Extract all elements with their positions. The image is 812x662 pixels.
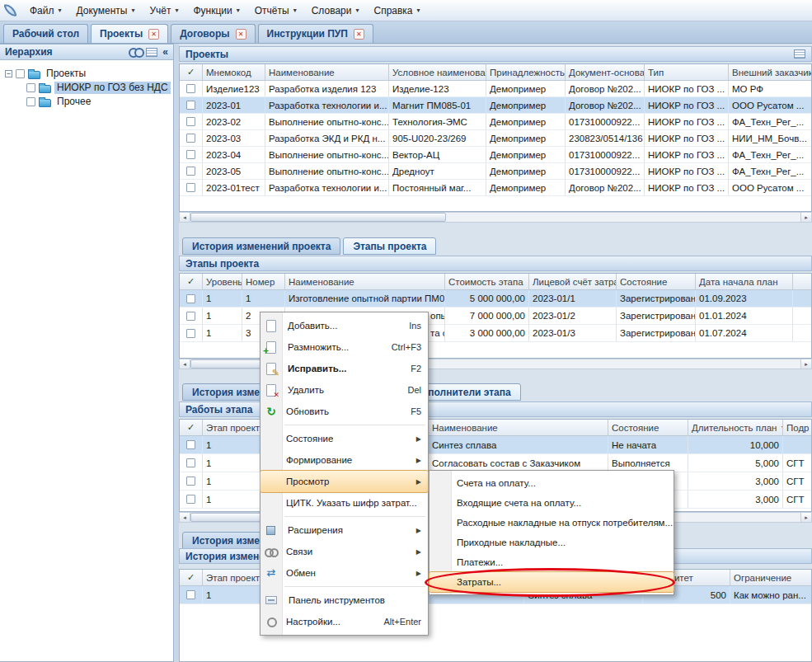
column-header[interactable]: Состояние: [608, 420, 688, 435]
submenu-item[interactable]: Расходные накладные на отпуск потребител…: [429, 513, 674, 533]
menubar-item-reports[interactable]: Отчёты▾: [247, 2, 304, 19]
projects-row[interactable]: 2023-04Выполнение опытно-конс...Вектор-А…: [180, 147, 811, 163]
workspace-tab-pup[interactable]: Инструкции ПУП✕: [258, 24, 373, 43]
context-menu-item[interactable]: Связи▶: [260, 541, 428, 562]
projects-h-scrollbar[interactable]: ◂ ▸: [179, 212, 812, 223]
scroll-left-icon[interactable]: ◂: [180, 213, 190, 222]
context-menu-item[interactable]: ЦИТК. Указать шифр затрат...: [260, 492, 428, 514]
tab-close-icon[interactable]: ✕: [148, 29, 159, 40]
context-menu-item[interactable]: Добавить...Ins: [260, 315, 428, 336]
submenu-item[interactable]: Входящие счета на оплату...: [429, 493, 674, 513]
submenu-item[interactable]: Затраты...: [429, 572, 674, 592]
tab-close-icon[interactable]: ✕: [354, 29, 364, 40]
projects-panel-menu-icon[interactable]: [794, 49, 805, 59]
row-checkbox[interactable]: [186, 458, 195, 467]
submenu-item[interactable]: Платежи...: [429, 552, 674, 572]
search-icon[interactable]: [129, 48, 141, 56]
context-menu-item[interactable]: Расширения▶: [260, 519, 428, 541]
menubar-item-help[interactable]: Справка▾: [366, 2, 427, 19]
column-header[interactable]: Состояние: [617, 274, 696, 289]
context-menu-item[interactable]: ОбновитьF5: [260, 401, 428, 422]
column-header[interactable]: Уровень: [203, 274, 242, 289]
scroll-right-icon[interactable]: ▸: [800, 359, 811, 369]
scroll-left-icon[interactable]: ◂: [180, 359, 190, 369]
column-header[interactable]: ✓: [180, 420, 203, 435]
column-header[interactable]: Условное наименова: [389, 64, 486, 80]
tree-node[interactable]: НИОКР по ГОЗ без НДС: [0, 81, 173, 95]
column-header[interactable]: ✓: [180, 64, 203, 80]
row-checkbox[interactable]: [186, 150, 195, 159]
context-menu-item[interactable]: Размножить...Ctrl+F3: [260, 336, 428, 358]
column-header[interactable]: Наименование: [285, 274, 445, 289]
column-header[interactable]: [793, 274, 812, 289]
column-header[interactable]: Наименование: [429, 420, 608, 435]
context-menu-item[interactable]: Состояние▶: [260, 428, 428, 449]
column-header[interactable]: Дата начала план: [696, 274, 793, 289]
scroll-left-icon[interactable]: ◂: [180, 513, 190, 522]
projects-row[interactable]: Изделие123Разработка изделия 123Изделие-…: [180, 81, 811, 97]
tab-close-icon[interactable]: ✕: [236, 29, 246, 40]
column-header[interactable]: Внешний заказчик: [729, 64, 812, 80]
row-checkbox[interactable]: [186, 84, 195, 93]
column-header[interactable]: Лицевой счёт затрат: [529, 274, 617, 289]
row-checkbox[interactable]: [186, 440, 195, 449]
projects-row[interactable]: 2023-02Выполнение опытно-конс...Технолог…: [180, 114, 811, 130]
collapse-panel-icon[interactable]: «: [162, 48, 168, 56]
row-checkbox[interactable]: [186, 183, 195, 192]
row-checkbox[interactable]: [186, 477, 195, 486]
context-menu-item[interactable]: Панель инструментов: [260, 589, 428, 611]
workspace-tab-projects[interactable]: Проекты✕: [91, 24, 168, 43]
column-header[interactable]: Стоимость этапа: [445, 274, 529, 289]
stages-row[interactable]: 11Изготовление опытной партии ПМ0...5 00…: [180, 290, 811, 308]
panel-menu-icon[interactable]: [146, 48, 157, 57]
workspace-tab-contracts[interactable]: Договоры✕: [171, 24, 255, 43]
row-checkbox[interactable]: [186, 590, 195, 599]
tree-checkbox[interactable]: [26, 83, 35, 92]
scroll-right-icon[interactable]: ▸: [800, 513, 811, 522]
scroll-right-icon[interactable]: ▸: [800, 213, 811, 222]
context-menu-item[interactable]: Просмотр▶: [260, 471, 428, 492]
tree-node[interactable]: −Проекты: [0, 67, 173, 81]
menubar-item-functions[interactable]: Функции▾: [185, 2, 246, 19]
tree-expander-icon[interactable]: −: [5, 70, 12, 77]
projects-row[interactable]: 2023-03Разработка ЭКД и РКД н...905-U020…: [180, 130, 811, 147]
tree-node[interactable]: Прочее: [0, 95, 173, 109]
column-header[interactable]: Мнемокод: [203, 64, 265, 80]
tree-checkbox[interactable]: [16, 69, 25, 78]
tree-checkbox[interactable]: [26, 97, 35, 106]
projects-row[interactable]: 2023-05Выполнение опытно-конс...Дредноут…: [180, 163, 811, 180]
context-menu-item[interactable]: УдалитьDel: [260, 379, 428, 401]
submenu-item[interactable]: Счета на оплату...: [429, 473, 674, 493]
row-checkbox[interactable]: [186, 117, 195, 126]
row-checkbox[interactable]: [186, 167, 195, 176]
column-header[interactable]: Номер: [242, 274, 285, 289]
context-menu-item[interactable]: Формирование▶: [260, 449, 428, 471]
column-header[interactable]: ✓: [180, 274, 203, 289]
row-checkbox[interactable]: [186, 495, 195, 504]
column-header[interactable]: Тип: [645, 64, 729, 80]
context-menu-item[interactable]: Настройки...Alt+Enter: [260, 611, 428, 632]
row-checkbox[interactable]: [186, 134, 195, 143]
menubar-item-dictionaries[interactable]: Словари▾: [304, 2, 367, 19]
column-header[interactable]: Наименование: [265, 64, 389, 80]
workspace-tab-desktop[interactable]: Рабочий стол: [3, 24, 88, 43]
menubar-item-file[interactable]: Файл▾: [22, 2, 69, 19]
scroll-thumb[interactable]: [190, 213, 446, 222]
menubar-item-documents[interactable]: Документы▾: [69, 2, 143, 19]
column-header[interactable]: Длительность план▼: [688, 420, 783, 435]
projects-row[interactable]: 2023-01тестРазработка технологии и...Пос…: [180, 180, 811, 196]
column-header[interactable]: ✓: [180, 570, 203, 585]
menubar-item-accounting[interactable]: Учёт▾: [142, 2, 185, 19]
column-header[interactable]: Документ-основан: [566, 64, 645, 80]
context-menu-item[interactable]: Обмен▶: [260, 562, 428, 584]
column-header[interactable]: Подр: [783, 420, 812, 435]
row-checkbox[interactable]: [186, 329, 195, 338]
context-menu-item[interactable]: Исправить...F2: [260, 358, 428, 379]
submenu-item[interactable]: Приходные накладные...: [429, 533, 674, 552]
stages-tab[interactable]: История изменений проекта: [182, 237, 340, 255]
row-checkbox[interactable]: [186, 294, 195, 303]
column-header[interactable]: Принадлежность: [486, 64, 566, 80]
projects-row[interactable]: 2023-01Разработка технологии и...Магнит …: [180, 97, 811, 114]
column-header[interactable]: Ограничение: [730, 570, 812, 585]
row-checkbox[interactable]: [186, 101, 195, 110]
